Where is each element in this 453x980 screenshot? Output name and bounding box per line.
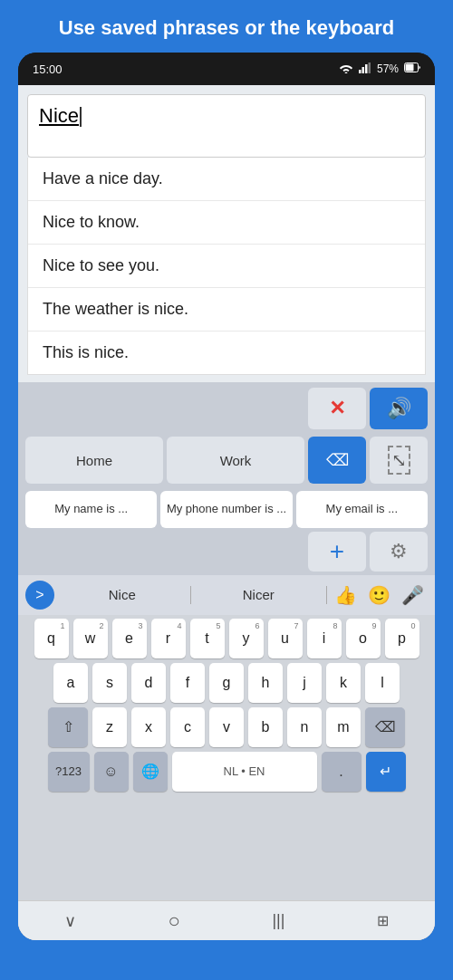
action-buttons-row: ✕ 🔊 bbox=[18, 382, 435, 433]
close-icon: ✕ bbox=[329, 397, 345, 420]
backspace-icon: ⌫ bbox=[326, 450, 349, 470]
my-name-phrase-button[interactable]: My name is ... bbox=[25, 491, 157, 528]
key-n[interactable]: n bbox=[287, 707, 322, 747]
key-period[interactable]: . bbox=[322, 752, 361, 792]
nav-keyboard-hide[interactable]: ⊞ bbox=[377, 912, 389, 929]
autocomplete-item[interactable]: Have a nice day. bbox=[28, 158, 425, 201]
key-shift[interactable]: ⇧ bbox=[48, 707, 88, 747]
close-button[interactable]: ✕ bbox=[308, 388, 366, 429]
svg-rect-1 bbox=[359, 70, 361, 73]
key-space[interactable]: NL • EN bbox=[172, 752, 317, 792]
suggestion-divider-2 bbox=[326, 586, 327, 604]
key-g[interactable]: g bbox=[209, 663, 244, 703]
key-l[interactable]: l bbox=[365, 663, 400, 703]
my-phone-phrase-button[interactable]: My phone number is ... bbox=[160, 491, 292, 528]
nav-home[interactable]: ○ bbox=[168, 909, 179, 933]
key-u[interactable]: 7u bbox=[268, 619, 303, 658]
keyboard-row-1: 1q 2w 3e 4r 5t 6y 7u 8i 9o 0p bbox=[22, 619, 431, 658]
autocomplete-item[interactable]: Nice to know. bbox=[28, 201, 425, 245]
expand-button[interactable]: ⤡ bbox=[370, 437, 428, 484]
keyboard-rows: 1q 2w 3e 4r 5t 6y 7u 8i 9o 0p a s d f bbox=[18, 615, 435, 900]
key-k[interactable]: k bbox=[326, 663, 361, 703]
speaker-icon: 🔊 bbox=[387, 397, 411, 420]
status-icons: 57% bbox=[339, 62, 420, 76]
keyboard-row-2: a s d f g h j k l bbox=[22, 663, 431, 703]
key-e[interactable]: 3e bbox=[112, 619, 147, 658]
key-t[interactable]: 5t bbox=[190, 619, 225, 658]
text-cursor bbox=[80, 107, 82, 127]
key-c[interactable]: c bbox=[170, 707, 205, 747]
suggestion-arrow-button[interactable]: > bbox=[25, 581, 54, 610]
svg-rect-3 bbox=[365, 64, 368, 73]
speaker-button[interactable]: 🔊 bbox=[370, 388, 428, 429]
key-p[interactable]: 0p bbox=[385, 619, 419, 658]
key-v[interactable]: v bbox=[209, 707, 244, 747]
suggestion-word-1[interactable]: Nice bbox=[58, 587, 187, 602]
arrow-icon: > bbox=[35, 587, 43, 603]
nav-recents[interactable]: ||| bbox=[272, 911, 284, 930]
wifi-icon bbox=[339, 62, 353, 76]
key-i[interactable]: 8i bbox=[307, 619, 342, 658]
key-j[interactable]: j bbox=[287, 663, 322, 703]
key-q[interactable]: 1q bbox=[34, 619, 69, 658]
svg-rect-4 bbox=[368, 62, 371, 73]
autocomplete-dropdown: Have a nice day. Nice to know. Nice to s… bbox=[27, 158, 426, 375]
backspace-button[interactable]: ⌫ bbox=[308, 437, 366, 484]
plus-icon: + bbox=[330, 537, 344, 566]
svg-rect-2 bbox=[361, 67, 364, 73]
suggestion-bar: > Nice Nicer 👍 🙂 🎤 bbox=[18, 575, 435, 615]
settings-button[interactable]: ⚙ bbox=[370, 532, 428, 572]
bottom-nav: ∨ ○ ||| ⊞ bbox=[18, 900, 435, 940]
key-f[interactable]: f bbox=[170, 663, 205, 703]
suggestion-divider bbox=[190, 586, 191, 604]
keyboard-section: ✕ 🔊 Home Work ⌫ ⤡ My name is ... bbox=[18, 382, 435, 940]
key-d[interactable]: d bbox=[131, 663, 166, 703]
key-y[interactable]: 6y bbox=[229, 619, 264, 658]
nav-chevron-down[interactable]: ∨ bbox=[64, 911, 76, 931]
autocomplete-item[interactable]: The weather is nice. bbox=[28, 288, 425, 331]
key-s[interactable]: s bbox=[92, 663, 127, 703]
battery-icon bbox=[404, 62, 420, 75]
key-x[interactable]: x bbox=[131, 707, 166, 747]
add-phrase-button[interactable]: + bbox=[308, 532, 366, 572]
home-tab[interactable]: Home bbox=[25, 437, 163, 484]
key-o[interactable]: 9o bbox=[346, 619, 381, 658]
mic-button[interactable]: 🎤 bbox=[398, 584, 428, 606]
battery-percent: 57% bbox=[377, 62, 399, 75]
work-tab[interactable]: Work bbox=[167, 437, 304, 484]
autocomplete-item[interactable]: This is nice. bbox=[28, 331, 425, 374]
key-a[interactable]: a bbox=[53, 663, 88, 703]
main-content: Nice Have a nice day. Nice to know. Nice… bbox=[18, 85, 435, 940]
key-emoji[interactable]: ☺ bbox=[94, 752, 129, 792]
key-m[interactable]: m bbox=[326, 707, 361, 747]
signal-icon bbox=[359, 62, 371, 76]
key-r[interactable]: 4r bbox=[151, 619, 186, 658]
phone-frame: 15:00 57% bbox=[18, 53, 435, 940]
expand-icon: ⤡ bbox=[388, 446, 410, 475]
emoji-thumbsup[interactable]: 👍 bbox=[331, 584, 361, 606]
phrases-row: My name is ... My phone number is ... My… bbox=[18, 487, 435, 532]
key-numbers[interactable]: ?123 bbox=[48, 752, 90, 792]
top-title-bar: Use saved phrases or the keyboard bbox=[0, 0, 453, 53]
autocomplete-item[interactable]: Nice to see you. bbox=[28, 245, 425, 288]
emoji-smile[interactable]: 🙂 bbox=[364, 584, 394, 606]
my-email-phrase-button[interactable]: My email is ... bbox=[296, 491, 428, 528]
svg-rect-6 bbox=[406, 64, 414, 72]
gear-icon: ⚙ bbox=[390, 540, 408, 563]
time-display: 15:00 bbox=[33, 62, 63, 76]
key-enter[interactable]: ↵ bbox=[366, 752, 406, 792]
tabs-row: Home Work ⌫ ⤡ bbox=[18, 433, 435, 487]
svg-point-0 bbox=[344, 72, 347, 73]
key-globe[interactable]: 🌐 bbox=[133, 752, 168, 792]
page-title: Use saved phrases or the keyboard bbox=[59, 16, 395, 39]
suggestion-word-2[interactable]: Nicer bbox=[195, 587, 323, 602]
keyboard-row-3: ⇧ z x c v b n m ⌫ bbox=[22, 707, 431, 747]
key-b[interactable]: b bbox=[248, 707, 283, 747]
typed-text[interactable]: Nice bbox=[39, 104, 79, 127]
key-z[interactable]: z bbox=[92, 707, 127, 747]
key-w[interactable]: 2w bbox=[73, 619, 108, 658]
key-backspace[interactable]: ⌫ bbox=[365, 707, 405, 747]
key-h[interactable]: h bbox=[248, 663, 283, 703]
status-bar: 15:00 57% bbox=[18, 53, 435, 85]
text-input-area[interactable]: Nice bbox=[27, 94, 426, 158]
